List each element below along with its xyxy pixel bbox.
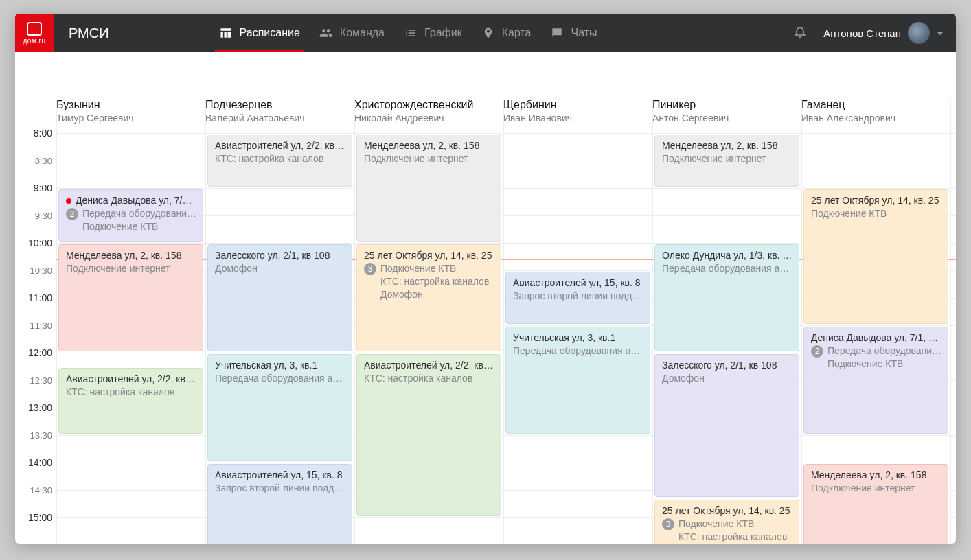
time-label: 14:30 [30,485,52,495]
event-title: Олеко Дундича ул, 1/3, кв. 329 [662,249,793,262]
chat-icon [550,26,564,40]
schedule-event[interactable]: Авиастроителей ул, 15, кв. 8Запрос второ… [505,272,650,324]
column-header[interactable]: ГаманецИван Александрович [801,99,950,124]
time-label: 8:30 [35,156,52,166]
tech-first-name: Николай Андреевич [354,113,503,124]
event-sub: Подключение интернет [364,152,495,165]
event-sub: Подкючение КТВ [82,220,197,233]
nav-label: Команда [340,27,385,39]
nav-label: Карта [502,27,532,39]
time-label: 15:00 [28,512,52,523]
events-layer: Дениса Давыдова ул, 7/1, кв.2Передача об… [56,133,956,544]
column-header[interactable]: ЩербининИван Иванович [503,99,652,124]
event-sub: Запрос второй линии поддерж [513,290,644,303]
schedule-event[interactable]: Залесского ул, 2/1, кв 108Домофон [654,354,799,497]
schedule-event[interactable]: Учительская ул, 3, кв.1Передача оборудов… [207,354,352,461]
event-sub: Передача оборудования абон [215,372,346,385]
tech-last-name: Подчезерцев [205,99,354,111]
time-label: 9:00 [34,183,52,194]
column-header[interactable]: ПодчезерцевВалерий Анатольевич [205,99,354,124]
schedule-event[interactable]: 25 лет Октября ул, 14, кв. 253Подкючение… [356,244,501,351]
schedule-event[interactable]: 25 лет Октября ул, 14, кв. 25Подкючение … [803,189,948,324]
event-title: Учительская ул, 3, кв.1 [513,331,644,345]
user-menu[interactable]: Антонов Степан [823,22,944,44]
schedule-event[interactable]: Менделеева ул, 2, кв. 158Подключение инт… [654,135,799,187]
event-title: Авиастроителей ул, 2/2, кв. 83 [364,359,495,372]
list-icon [404,26,418,40]
column-header[interactable]: ХристорождественскийНиколай Андреевич [354,99,503,124]
nav-graph[interactable]: График [404,14,462,52]
schedule-event[interactable]: Залесского ул, 2/1, кв 108Домофон [207,244,352,351]
event-title: Менделеева ул, 2, кв. 158 [662,139,793,152]
column-header[interactable]: ПиникерАнтон Сергеевич [652,99,801,124]
user-name: Антонов Степан [823,27,901,39]
tech-last-name: Гаманец [801,99,950,111]
tech-last-name: Христорождественский [354,99,503,111]
time-label: 9:30 [35,211,52,221]
schedule-event[interactable]: Авиастроителей ул, 2/2, кв. 83КТС: настр… [58,368,203,434]
schedule-event[interactable]: Менделеева ул, 2, кв. 158Подключение инт… [803,464,948,544]
event-sub: КТС: настройка каналов [215,152,346,165]
event-sub: Передача оборудования а [82,207,197,220]
tech-last-name: Щербинин [503,99,652,111]
time-label: 10:00 [28,237,52,248]
tech-first-name: Антон Сергеевич [652,113,801,124]
event-sub: КТС: настройка каналов [364,372,495,385]
event-sub: Подкючение КТВ [811,207,942,220]
event-sub: Передача оборудования абон [662,262,793,275]
nav-schedule[interactable]: Расписание [219,14,300,52]
notifications-button[interactable] [793,24,807,42]
schedule-event[interactable]: Авиастроителей ул, 15, кв. 8Запрос второ… [207,464,352,544]
event-sub: Передача оборудования а [827,345,942,358]
app-header: дом.ru РМСИ Расписание Команда График [15,14,956,52]
schedule-event[interactable]: Авиастроителей ул, 2/2, кв. 83КТС: настр… [356,354,501,516]
pin-icon [481,26,495,40]
event-title: Менделеева ул, 2, кв. 158 [364,139,495,152]
time-label: 10:30 [30,266,52,276]
tech-last-name: Пиникер [652,99,801,111]
event-title: 25 лет Октября ул, 14, кв. 25 [662,504,793,517]
event-title: 25 лет Октября ул, 14, кв. 25 [811,194,942,207]
schedule-event[interactable]: Дениса Давыдова ул, 7/1, кв. 32Передача … [803,327,948,434]
app-frame: дом.ru РМСИ Расписание Команда График [15,14,956,544]
time-label: 12:30 [30,375,52,386]
nav-label: Чаты [571,27,597,39]
tech-first-name: Иван Александрович [801,113,950,124]
event-sub: Домофон [215,262,346,275]
schedule-event[interactable]: Олеко Дундича ул, 1/3, кв. 329Передача о… [654,244,799,351]
count-badge: 3 [364,263,376,275]
event-title: Менделеева ул, 2, кв. 158 [66,249,197,262]
brand-logo[interactable]: дом.ru [15,14,54,52]
event-title: Менделеева ул, 2, кв. 158 [811,469,942,482]
nav-map[interactable]: Карта [481,14,532,52]
schedule-event[interactable]: Дениса Давыдова ул, 7/1, кв.2Передача об… [58,189,203,242]
event-title: Авиастроителей ул, 2/2, кв. 83 [66,373,197,386]
event-sub: Запрос второй линии поддерж [215,482,346,495]
time-label: 13:00 [28,402,52,413]
tv-icon [27,22,42,36]
brand-text: дом.ru [23,37,46,45]
event-title: Залесского ул, 2/1, кв 108 [662,359,793,372]
nav-chats[interactable]: Чаты [550,14,597,52]
time-label: 14:00 [28,457,52,468]
schedule-event[interactable]: Учительская ул, 3, кв.1Передача оборудов… [505,327,650,434]
schedule-event[interactable]: Менделеева ул, 2, кв. 158Подключение инт… [58,244,203,351]
column-header[interactable]: БузынинТимур Сергеевич [56,99,205,124]
tech-first-name: Иван Иванович [503,113,652,124]
nav-label: График [424,27,462,39]
event-sub: Подкючение КТВ [380,262,495,275]
event-title: Дениса Давыдова ул, 7/1, кв. 3 [811,331,942,345]
time-label: 8:00 [34,128,52,139]
schedule-event[interactable]: Менделеева ул, 2, кв. 158Подключение инт… [356,135,501,242]
event-sub: КТС: настройка каналов [678,530,793,544]
nav-label: Расписание [240,27,300,39]
event-sub: Подключение интернет [811,482,942,495]
schedule-event[interactable]: 25 лет Октября ул, 14, кв. 253Подкючение… [654,500,799,544]
schedule-event[interactable]: Авиастроителей ул, 2/2, кв. 83КТС: настр… [207,135,352,187]
event-sub: Подключение интернет [66,262,197,275]
main-nav: Расписание Команда График Карта [219,14,597,52]
nav-team[interactable]: Команда [319,14,385,52]
event-sub: Домофон [380,288,495,301]
event-sub: Домофон [662,372,793,385]
status-dot-icon [66,198,71,204]
